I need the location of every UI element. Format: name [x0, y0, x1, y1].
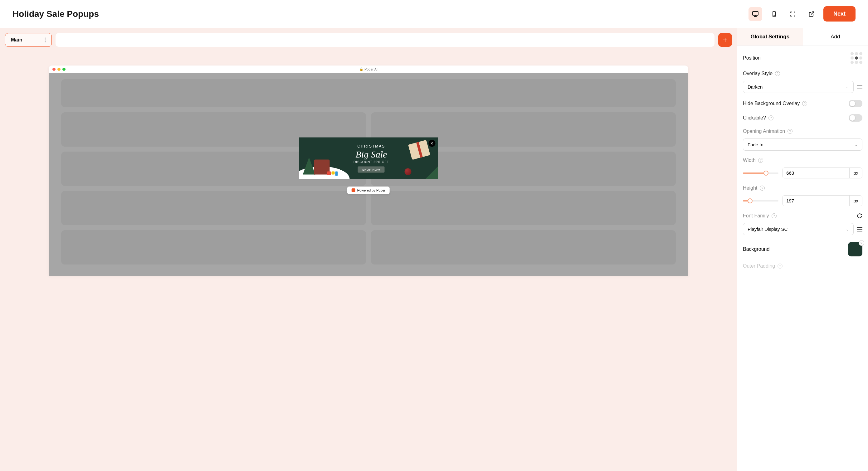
width-unit[interactable]: px	[849, 168, 862, 178]
pos-mid-left[interactable]	[850, 57, 854, 60]
popup-close-button[interactable]: ✕	[428, 140, 435, 147]
tab-add[interactable]: Add	[803, 28, 868, 45]
list-icon[interactable]	[857, 85, 862, 89]
powered-by-badge[interactable]: Powered by Poper	[347, 187, 390, 194]
side-panel: Global Settings Add Position	[737, 28, 868, 471]
help-icon[interactable]: ?	[802, 101, 807, 106]
font-value: Playfair Display SC	[748, 226, 787, 232]
window-max-dot	[62, 68, 65, 71]
tree-icon	[303, 158, 315, 175]
help-icon[interactable]: ?	[777, 263, 782, 269]
browser-chrome: 🔒 Poper AI	[49, 65, 688, 73]
height-slider[interactable]	[743, 200, 778, 201]
width-input[interactable]	[782, 168, 849, 178]
font-select[interactable]: Playfair Display SC ⌄	[743, 223, 854, 235]
page-title: Holiday Sale Popups	[12, 9, 99, 19]
background-swatch[interactable]	[848, 242, 862, 256]
hide-bg-label: Hide Background Overlay ?	[743, 101, 807, 106]
popup-subtext: DISCOUNT 20% OFF	[343, 160, 399, 163]
add-step-button[interactable]	[718, 33, 732, 47]
lock-icon: 🔒	[360, 67, 363, 71]
popup-headline: Big Sale	[343, 149, 399, 159]
desktop-view-button[interactable]	[748, 7, 762, 21]
height-slider-thumb[interactable]	[748, 198, 752, 203]
popup-illustration-left	[299, 137, 343, 179]
background-label: Background	[743, 246, 769, 252]
height-input[interactable]	[782, 195, 849, 206]
canvas-area: Main 🔒 Poper AI	[0, 28, 737, 471]
browser-body[interactable]: ✕ CHRISTMAS Big Sale	[49, 73, 688, 276]
pine-icon	[425, 166, 438, 179]
help-icon[interactable]: ?	[758, 158, 763, 163]
height-label: Height ?	[743, 185, 765, 191]
browser-preview: 🔒 Poper AI	[49, 65, 688, 276]
gift-box-icon	[408, 140, 430, 160]
step-label: Main	[11, 37, 22, 43]
step-menu-icon[interactable]	[44, 37, 46, 42]
placeholder-block	[61, 191, 366, 225]
pos-top-left[interactable]	[850, 52, 854, 55]
fullscreen-button[interactable]	[786, 7, 800, 21]
placeholder-block	[371, 191, 676, 225]
overlay-style-value: Darken	[748, 84, 763, 90]
chevron-down-icon: ⌄	[846, 85, 849, 89]
pos-bot-right[interactable]	[859, 61, 862, 64]
svg-point-2	[774, 15, 774, 16]
pos-bot-left[interactable]	[850, 61, 854, 64]
next-button[interactable]: Next	[824, 6, 856, 22]
placeholder-block	[371, 230, 676, 264]
fullscreen-icon	[790, 11, 796, 17]
popup-banner[interactable]: ✕ CHRISTMAS Big Sale	[299, 137, 438, 179]
svg-point-3	[45, 38, 46, 39]
clickable-label: Clickable? ?	[743, 115, 773, 121]
external-link-button[interactable]	[805, 7, 818, 21]
clickable-toggle[interactable]	[849, 114, 862, 122]
plus-icon	[723, 37, 727, 42]
animation-select[interactable]: Fade In ⌄	[743, 138, 862, 151]
powered-label: Powered by Poper	[357, 188, 385, 192]
window-close-dot	[53, 68, 56, 71]
header-actions: Next	[748, 6, 856, 22]
chevron-down-icon: ⌄	[855, 143, 858, 147]
overlay-style-select[interactable]: Darken ⌄	[743, 81, 854, 93]
pos-bot-center[interactable]	[855, 61, 858, 64]
width-slider[interactable]	[743, 172, 778, 174]
list-icon[interactable]	[857, 227, 862, 231]
animation-value: Fade In	[748, 142, 764, 147]
chevron-down-icon: ⌄	[846, 227, 849, 231]
popup-cta-button[interactable]: SHOP NOW	[358, 166, 385, 172]
pos-top-right[interactable]	[859, 52, 862, 55]
poper-logo-icon	[352, 188, 355, 192]
popup-eyebrow: CHRISTMAS	[343, 144, 399, 148]
help-icon[interactable]: ?	[772, 213, 777, 218]
svg-rect-0	[752, 11, 758, 15]
pos-top-center[interactable]	[855, 52, 858, 55]
position-grid[interactable]	[850, 52, 862, 64]
width-label: Width ?	[743, 158, 763, 163]
hide-bg-toggle[interactable]	[849, 100, 862, 107]
mobile-icon	[771, 10, 777, 18]
help-icon[interactable]: ?	[769, 116, 773, 120]
placeholder-block	[61, 79, 676, 107]
browser-title-text: Poper AI	[365, 67, 377, 71]
step-track	[56, 33, 714, 47]
external-link-icon	[808, 11, 815, 17]
help-icon[interactable]: ?	[760, 186, 765, 191]
width-slider-thumb[interactable]	[764, 170, 769, 176]
pos-mid-right[interactable]	[859, 57, 862, 60]
help-icon[interactable]: ?	[787, 129, 793, 134]
svg-point-4	[45, 40, 46, 40]
overlay-style-label: Overlay Style ?	[743, 71, 780, 76]
desktop-icon	[752, 10, 759, 18]
pos-mid-center[interactable]	[855, 57, 858, 60]
height-unit[interactable]: px	[849, 195, 862, 206]
tab-global-settings[interactable]: Global Settings	[737, 28, 803, 45]
outer-padding-label: Outer Padding ?	[743, 263, 782, 269]
svg-point-5	[45, 41, 46, 42]
mobile-view-button[interactable]	[767, 7, 781, 21]
refresh-icon[interactable]	[857, 213, 862, 219]
step-pill-main[interactable]: Main	[5, 33, 52, 47]
placeholder-block	[61, 230, 366, 264]
position-label: Position	[743, 55, 761, 61]
help-icon[interactable]: ?	[775, 71, 780, 76]
